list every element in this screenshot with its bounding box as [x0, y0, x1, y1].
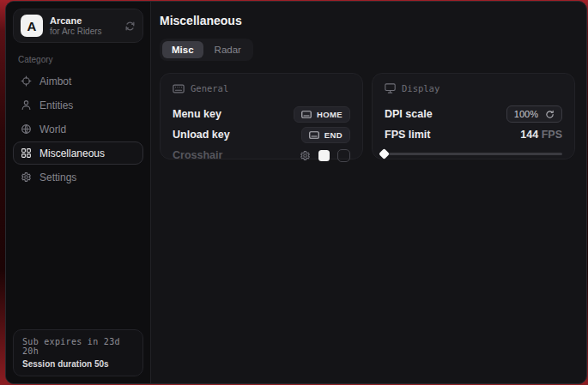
brand-subtitle: for Arc Riders — [50, 27, 118, 37]
fps-limit-label: FPS limit — [385, 129, 430, 141]
refresh-icon[interactable] — [545, 110, 555, 119]
fps-limit-slider[interactable] — [385, 148, 562, 159]
slider-thumb[interactable] — [379, 148, 390, 159]
sidebar-item-miscellaneous[interactable]: Miscellaneous — [13, 141, 143, 165]
unload-key-value: END — [324, 130, 342, 140]
main-content: Miscellaneous Misc Radar General — [151, 2, 586, 383]
brand-logo: A — [21, 15, 43, 37]
globe-icon — [21, 123, 32, 135]
tab-bar: Misc Radar — [160, 39, 253, 61]
session-duration-text: Session duration 50s — [22, 359, 134, 369]
keyboard-icon — [301, 111, 312, 118]
unload-key-row: Unload key END — [173, 124, 350, 145]
sidebar-item-settings[interactable]: Settings — [13, 165, 143, 189]
subscription-card: Sub expires in 23d 20h Session duration … — [13, 329, 143, 376]
unload-key-label: Unload key — [173, 129, 230, 141]
monitor-icon — [385, 83, 396, 93]
sidebar-item-label: Aimbot — [39, 75, 71, 87]
dpi-scale-value: 100% — [514, 109, 538, 119]
grid-icon — [21, 147, 32, 159]
sidebar-item-aimbot[interactable]: Aimbot — [13, 69, 143, 93]
general-panel: General Menu key HOME Unload key — [160, 73, 363, 159]
menu-key-row: Menu key HOME — [173, 104, 350, 124]
dpi-scale-row: DPI scale 100% — [385, 104, 562, 124]
fps-number: 144 — [520, 129, 538, 141]
brand-text: Arcane for Arc Riders — [50, 15, 118, 36]
crosshair-controls — [300, 149, 350, 162]
keyboard-icon — [309, 131, 319, 139]
unload-key-bind-button[interactable]: END — [301, 127, 350, 143]
crosshair-checkbox[interactable] — [337, 149, 350, 162]
sync-icon[interactable] — [124, 21, 136, 32]
fps-limit-row: FPS limit 144 FPS — [385, 124, 562, 145]
sidebar-item-entities[interactable]: Entities — [13, 93, 143, 117]
dpi-scale-control[interactable]: 100% — [506, 105, 562, 123]
sub-expires-text: Sub expires in 23d 20h — [22, 337, 134, 356]
menu-key-bind-button[interactable]: HOME — [294, 106, 350, 123]
crosshair-row: Crosshair — [173, 145, 350, 165]
crosshair-settings-gear-icon[interactable] — [300, 150, 311, 161]
category-nav: Aimbot Entities World — [13, 69, 143, 189]
display-panel-title: Display — [402, 83, 439, 93]
app-window: A Arcane for Arc Riders Category — [5, 1, 587, 384]
general-panel-header: General — [173, 83, 350, 93]
sidebar: A Arcane for Arc Riders Category — [6, 2, 151, 383]
tab-radar[interactable]: Radar — [205, 41, 251, 58]
fps-limit-value: 144 FPS — [520, 129, 562, 141]
page-title: Miscellaneous — [160, 14, 575, 27]
display-panel: Display DPI scale 100% FPS limit — [372, 73, 575, 159]
slider-track — [385, 153, 562, 155]
crosshair-label: Crosshair — [173, 149, 222, 161]
keyboard-icon — [173, 84, 185, 93]
general-panel-title: General — [191, 83, 228, 93]
gear-icon — [21, 171, 32, 183]
entities-icon — [21, 99, 32, 111]
brand-card: A Arcane for Arc Riders — [13, 9, 143, 43]
sidebar-item-label: Miscellaneous — [39, 147, 105, 159]
sidebar-item-world[interactable]: World — [13, 117, 143, 141]
dpi-scale-label: DPI scale — [385, 108, 433, 120]
menu-key-value: HOME — [317, 110, 342, 119]
display-panel-header: Display — [385, 83, 562, 93]
sidebar-item-label: Settings — [39, 171, 76, 183]
panels: General Menu key HOME Unload key — [160, 73, 575, 159]
crosshair-color-swatch[interactable] — [318, 150, 330, 161]
tab-misc[interactable]: Misc — [162, 41, 203, 58]
brand-name: Arcane — [50, 15, 118, 27]
sidebar-item-label: World — [39, 123, 66, 135]
crosshair-icon — [21, 75, 32, 87]
sidebar-item-label: Entities — [39, 99, 73, 111]
fps-unit: FPS — [542, 129, 562, 141]
menu-key-label: Menu key — [173, 108, 221, 120]
category-label: Category — [18, 55, 138, 64]
